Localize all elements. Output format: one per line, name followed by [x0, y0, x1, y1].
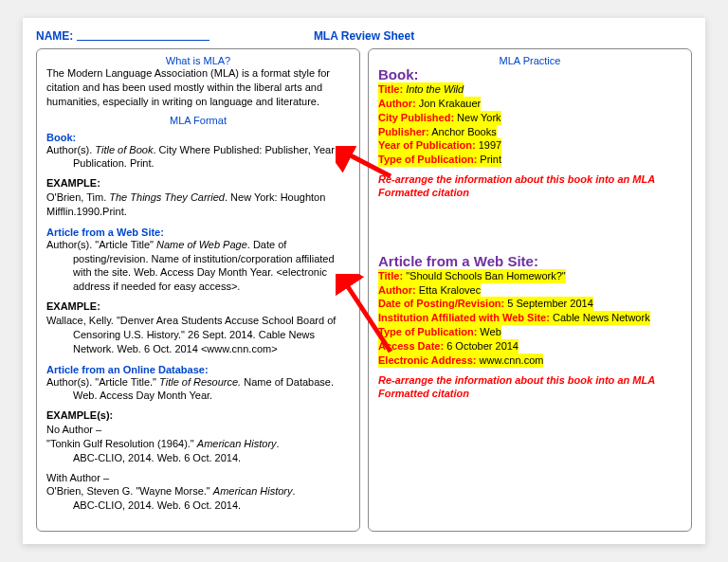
w-access-l: Access Date:	[378, 340, 444, 352]
b-title-v: Into the Wild	[403, 83, 464, 95]
b-author-v: Jon Krakauer	[416, 98, 481, 109]
name-label: NAME:	[36, 29, 73, 43]
book-tpl-2: . City Where Published: Publisher, Year …	[153, 144, 346, 155]
web-field-author: Author: Etta Kralovec	[378, 283, 682, 298]
w-author-l: Author:	[378, 284, 416, 296]
db-tpl-italic: Title of Resource.	[159, 376, 241, 388]
book-field-city: City Published: New York	[378, 111, 682, 125]
withauth-1: O'Brien, Steven G. "Wayne Morse."	[46, 485, 213, 497]
book-tpl-1: Author(s).	[46, 144, 95, 155]
b-year-v: 1997	[476, 139, 502, 151]
book-field-title: Title: Into the Wild	[378, 82, 682, 97]
w-inst-l: Institution Affiliated with Web Site:	[378, 312, 550, 323]
book-tpl-indent: Publication. Print.	[46, 156, 350, 171]
w-inst-v: Cable News Network	[550, 312, 650, 323]
web-tpl-1: Author(s). "Article Title"	[46, 239, 156, 250]
w-type-v: Web	[477, 326, 500, 337]
b-type-l: Type of Publication:	[378, 154, 477, 165]
w-author-v: Etta Kralovec	[416, 284, 481, 296]
b-year-l: Year of Publication:	[378, 139, 476, 151]
withauth-italic: American History	[213, 485, 293, 497]
b-city-v: New York	[454, 112, 501, 123]
db-template: Author(s). "Article Title." Title of Res…	[46, 375, 350, 390]
with-author-line: O'Brien, Steven G. "Wayne Morse." Americ…	[46, 484, 350, 499]
book-heading-right: Book:	[378, 66, 682, 82]
noauth-italic: American History	[197, 438, 277, 449]
w-type-l: Type of Publication:	[378, 326, 477, 337]
instruction-2: Re-arrange the information about this bo…	[378, 373, 682, 401]
web-field-type: Type of Publication: Web	[378, 325, 682, 339]
page: NAME: MLA Review Sheet What is MLA? The …	[23, 18, 705, 544]
instruction-1: Re-arrange the information about this bo…	[378, 172, 682, 200]
example-book: O'Brien, Tim. The Things They Carried. N…	[46, 190, 350, 219]
db-tpl-indent: Web. Access Day Month Year.	[46, 389, 350, 403]
ex-book-1: O'Brien, Tim.	[46, 191, 109, 203]
w-addr-v: www.cnn.com	[477, 354, 544, 366]
b-pub-l: Publisher:	[378, 126, 429, 137]
w-access-v: 6 October 2014	[444, 340, 519, 352]
withauth-2: .	[293, 485, 296, 497]
with-author-label: With Author –	[46, 471, 350, 485]
book-field-author: Author: Jon Krakauer	[378, 97, 682, 111]
w-title-v: "Should Schools Ban Homework?"	[403, 270, 566, 281]
b-pub-v: Anchor Books	[429, 126, 497, 137]
right-column: MLA Practice Book: Title: Into the Wild …	[368, 48, 692, 532]
w-date-l: Date of Posting/Revision:	[378, 298, 504, 309]
web-field-inst: Institution Affiliated with Web Site: Ca…	[378, 311, 682, 325]
web-field-title: Title: "Should Schools Ban Homework?"	[378, 269, 682, 283]
db-heading: Article from an Online Database:	[46, 364, 350, 375]
page-title: MLA Review Sheet	[314, 29, 414, 43]
web-field-access: Access Date: 6 October 2014	[378, 339, 682, 354]
book-field-year: Year of Publication: 1997	[378, 138, 682, 153]
intro-text: The Modern Language Association (MLA) is…	[46, 66, 350, 109]
columns: What is MLA? The Modern Language Associa…	[36, 48, 692, 532]
noauth-indent: ABC-CLIO, 2014. Web. 6 Oct. 2014.	[46, 451, 350, 465]
web-tpl-italic: Name of Web Page	[156, 239, 247, 250]
web-template: Author(s). "Article Title" Name of Web P…	[46, 238, 350, 252]
web-heading-left: Article from a Web Site:	[46, 227, 350, 238]
db-tpl-1: Author(s). "Article Title."	[46, 376, 159, 388]
name-input-line[interactable]	[77, 27, 209, 41]
web-field-addr: Electronic Address: www.cnn.com	[378, 354, 682, 368]
book-field-publisher: Publisher: Anchor Books	[378, 125, 682, 139]
web-tpl-2: . Date of	[247, 239, 287, 250]
b-type-v: Print	[477, 154, 501, 165]
ex-web-indent: Censoring U.S. History." 26 Sept. 2014. …	[46, 328, 350, 356]
ex-book-italic: The Things They Carried	[109, 191, 225, 203]
ex-web-1: Wallace, Kelly. "Denver Area Students Ac…	[46, 314, 350, 328]
book-heading-left: Book:	[46, 132, 350, 143]
book-tpl-italic: Title of Book	[95, 144, 153, 155]
b-title-l: Title:	[378, 83, 403, 95]
left-column: What is MLA? The Modern Language Associa…	[36, 48, 360, 532]
w-addr-l: Electronic Address:	[378, 354, 477, 366]
mla-format-heading: MLA Format	[46, 115, 350, 126]
mla-practice-heading: MLA Practice	[378, 55, 682, 66]
example-heading-1: EXAMPLE:	[46, 176, 350, 190]
b-author-l: Author:	[378, 98, 416, 109]
web-tpl-indent: posting/revision. Name of institution/co…	[46, 252, 350, 295]
no-author-label: No Author –	[46, 423, 350, 437]
what-is-mla-heading: What is MLA?	[46, 55, 350, 66]
no-author-line: "Tonkin Gulf Resolution (1964)." America…	[46, 437, 350, 451]
b-city-l: City Published:	[378, 112, 454, 123]
book-field-type: Type of Publication: Print	[378, 153, 682, 167]
w-date-v: 5 September 2014	[504, 298, 593, 309]
db-tpl-2: Name of Database.	[241, 376, 334, 388]
example-heading-2: EXAMPLE:	[46, 299, 350, 314]
withauth-indent: ABC-CLIO, 2014. Web. 6 Oct. 2014.	[46, 499, 350, 513]
web-heading-right: Article from a Web Site:	[378, 253, 682, 269]
noauth-2: .	[277, 438, 280, 449]
noauth-1: "Tonkin Gulf Resolution (1964)."	[46, 438, 197, 449]
web-field-date: Date of Posting/Revision: 5 September 20…	[378, 297, 682, 311]
w-title-l: Title:	[378, 270, 403, 281]
book-template: Author(s). Title of Book. City Where Pub…	[46, 143, 350, 157]
examples-heading: EXAMPLE(s):	[46, 408, 350, 423]
